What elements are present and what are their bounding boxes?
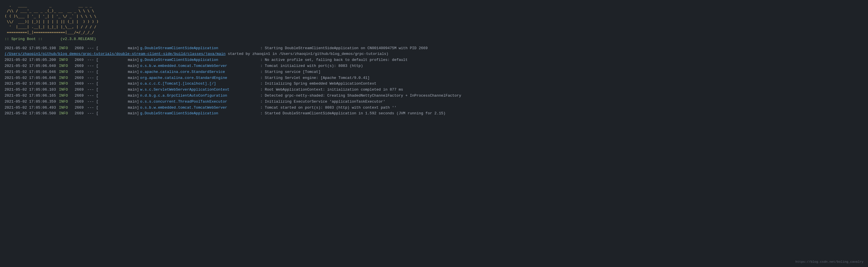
log-line: 2021-05-02 17:05:05.200 INFO2669--- [mai… <box>5 57 863 63</box>
log-logger: o.s.b.w.embedded.tomcat.TomcatWebServer <box>140 105 260 111</box>
log-separator: --- [ <box>87 75 98 81</box>
log-container: 2021-05-02 17:05:05.198 INFO2669--- [mai… <box>5 45 863 117</box>
log-logger: o.s.b.w.embedded.tomcat.TomcatWebServer <box>140 63 260 69</box>
log-separator: --- [ <box>87 57 98 63</box>
footer-link: https://blog.csdn.net/boling_cavalry <box>795 260 863 264</box>
log-thread: main <box>99 75 137 81</box>
log-timestamp: 2021-05-02 17:05:06.046 <box>5 69 59 75</box>
log-separator: --- [ <box>87 69 98 75</box>
log-pid: 2669 <box>75 69 86 75</box>
log-logger: g.DoubleStreamClientSideApplication <box>140 45 260 52</box>
log-logger: org.apache.catalina.core.StandardEngine <box>140 75 260 81</box>
log-bracket: ] <box>137 45 139 52</box>
log-timestamp: 2021-05-02 17:05:05.198 <box>5 45 59 52</box>
log-separator: --- [ <box>87 93 98 99</box>
log-separator: --- [ <box>87 87 98 93</box>
log-pid: 2669 <box>75 75 86 81</box>
log-level: INFO <box>59 111 75 116</box>
log-level: INFO <box>59 45 75 52</box>
log-logger: o.apache.catalina.core.StandardService <box>140 69 260 75</box>
log-line: 2021-05-02 17:05:05.198 INFO2669--- [mai… <box>5 45 863 52</box>
log-level: INFO <box>59 87 75 93</box>
log-pid: 2669 <box>75 57 86 63</box>
log-message: : Initializing Spring embedded WebApplic… <box>260 81 376 87</box>
log-bracket: ] <box>137 93 139 99</box>
log-message: : Root WebApplicationContext: initializa… <box>260 87 403 93</box>
log-bracket: ] <box>137 105 139 111</box>
log-logger: w.s.c.ServletWebServerApplicationContext <box>140 87 260 93</box>
log-line: 2021-05-02 17:05:06.046 INFO2669--- [mai… <box>5 69 863 75</box>
log-line-continuation: (/Users/zhaoqin1/github/blog_demos/grpc-… <box>5 51 863 57</box>
log-message: : Detected grpc-netty-shaded: Creating S… <box>260 93 461 99</box>
spring-version: :: Spring Boot :: (v2.3.8.RELEASE) <box>5 36 863 42</box>
log-thread: main <box>99 57 137 63</box>
log-message: : Tomcat initialized with port(s): 8083 … <box>260 63 363 69</box>
log-line: 2021-05-02 17:05:06.103 INFO2669--- [mai… <box>5 87 863 93</box>
log-separator: --- [ <box>87 63 98 69</box>
log-message: : Starting DoubleStreamClientSideApplica… <box>260 45 428 52</box>
log-level: INFO <box>59 105 75 111</box>
spring-ascii-art: . ____ _ __ _ _ /\\ / ___'_ __ _ _(_)_ _… <box>5 3 863 35</box>
log-bracket: ] <box>137 75 139 81</box>
log-pid: 2669 <box>75 93 86 99</box>
log-logger: n.d.b.g.c.a.GrpcClientAutoConfiguration <box>140 93 260 99</box>
log-thread: main <box>99 87 137 93</box>
log-line: 2021-05-02 17:05:06.359 INFO2669--- [mai… <box>5 99 863 105</box>
log-timestamp: 2021-05-02 17:05:06.500 <box>5 111 59 116</box>
log-continuation-text: started by zhaoqin1 in /Users/zhaoqin1/g… <box>225 52 389 56</box>
log-level: INFO <box>59 57 75 63</box>
log-timestamp: 2021-05-02 17:05:06.103 <box>5 81 59 87</box>
log-level: INFO <box>59 63 75 69</box>
log-bracket: ] <box>137 69 139 75</box>
log-bracket: ] <box>137 87 139 93</box>
log-logger: g.DoubleStreamClientSideApplication <box>140 111 260 116</box>
log-line: 2021-05-02 17:05:06.040 INFO2669--- [mai… <box>5 63 863 69</box>
log-thread: main <box>99 99 137 105</box>
log-separator: --- [ <box>87 105 98 111</box>
log-separator: --- [ <box>87 99 98 105</box>
log-message: : No active profile set, falling back to… <box>260 57 408 63</box>
log-message: : Starting service [Tomcat] <box>260 69 321 75</box>
log-line: 2021-05-02 17:05:06.046 INFO2669--- [mai… <box>5 75 863 81</box>
log-thread: main <box>99 63 137 69</box>
log-timestamp: 2021-05-02 17:05:06.359 <box>5 99 59 105</box>
log-pid: 2669 <box>75 45 86 52</box>
log-timestamp: 2021-05-02 17:05:06.165 <box>5 93 59 99</box>
log-message: : Tomcat started on port(s): 8083 (http)… <box>260 105 397 111</box>
log-thread: main <box>99 45 137 52</box>
log-timestamp: 2021-05-02 17:05:05.200 <box>5 57 59 63</box>
log-line: 2021-05-02 17:05:06.493 INFO2669--- [mai… <box>5 105 863 111</box>
log-pid: 2669 <box>75 105 86 111</box>
log-separator: --- [ <box>87 81 98 87</box>
log-timestamp: 2021-05-02 17:05:06.493 <box>5 105 59 111</box>
log-line: 2021-05-02 17:05:06.165 INFO2669--- [mai… <box>5 93 863 99</box>
log-thread: main <box>99 81 137 87</box>
log-thread: main <box>99 93 137 99</box>
log-logger: o.s.s.concurrent.ThreadPoolTaskExecutor <box>140 99 260 105</box>
log-pid: 2669 <box>75 63 86 69</box>
log-message: : Started DoubleStreamClientSideApplicat… <box>260 111 446 116</box>
log-pid: 2669 <box>75 99 86 105</box>
log-link[interactable]: (/Users/zhaoqin1/github/blog_demos/grpc-… <box>5 52 225 56</box>
log-timestamp: 2021-05-02 17:05:06.103 <box>5 87 59 93</box>
log-thread: main <box>99 105 137 111</box>
terminal-window: . ____ _ __ _ _ /\\ / ___'_ __ _ _(_)_ _… <box>0 0 868 267</box>
log-line: 2021-05-02 17:05:06.500 INFO2669--- [mai… <box>5 111 863 116</box>
log-bracket: ] <box>137 81 139 87</box>
log-timestamp: 2021-05-02 17:05:06.046 <box>5 75 59 81</box>
log-bracket: ] <box>137 57 139 63</box>
log-pid: 2669 <box>75 87 86 93</box>
log-bracket: ] <box>137 111 139 116</box>
log-level: INFO <box>59 99 75 105</box>
log-logger: g.DoubleStreamClientSideApplication <box>140 57 260 63</box>
log-message: : Initializing ExecutorService 'applicat… <box>260 99 385 105</box>
log-thread: main <box>99 69 137 75</box>
log-message: : Starting Servlet engine: [Apache Tomca… <box>260 75 370 81</box>
log-separator: --- [ <box>87 111 98 116</box>
log-logger: o.a.c.c.C.[Tomcat].[localhost].[/] <box>140 81 260 87</box>
log-bracket: ] <box>137 63 139 69</box>
log-line: 2021-05-02 17:05:06.103 INFO2669--- [mai… <box>5 81 863 87</box>
log-pid: 2669 <box>75 111 86 116</box>
log-thread: main <box>99 111 137 116</box>
log-separator: --- [ <box>87 45 98 52</box>
